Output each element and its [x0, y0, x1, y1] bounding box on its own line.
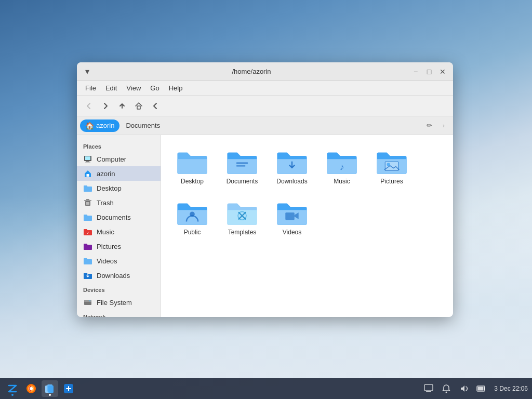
prev-path-button[interactable]	[148, 99, 163, 113]
sidebar-item-downloads[interactable]: Downloads	[77, 268, 161, 283]
videos-folder-icon	[83, 256, 92, 265]
filesystem-icon	[83, 298, 92, 307]
breadcrumb-bar: 🏠 azorin Documents ✏ ›	[77, 116, 453, 135]
sidebar-downloads-label: Downloads	[97, 272, 130, 280]
sidebar-item-azorin[interactable]: azorin	[77, 166, 161, 181]
folder-templates[interactable]: Templates	[219, 194, 265, 241]
maximize-button[interactable]: □	[424, 66, 434, 77]
svg-rect-26	[285, 212, 294, 220]
svg-rect-2	[85, 156, 90, 160]
downloads-folder-label: Downloads	[276, 178, 307, 186]
folder-documents[interactable]: Documents	[219, 143, 265, 190]
taskbar-firefox-button[interactable]	[23, 380, 39, 397]
sidebar-desktop-label: Desktop	[97, 184, 122, 192]
svg-rect-19	[236, 163, 248, 164]
titlebar-controls: − □ ✕	[410, 66, 448, 77]
menu-file[interactable]: File	[81, 83, 100, 94]
taskbar-zorin-button[interactable]	[4, 380, 21, 397]
taskbar-battery-button[interactable]	[474, 381, 489, 396]
file-grid: Desktop Documents Downloads	[161, 135, 453, 317]
sidebar-filesystem-label: File System	[97, 299, 132, 307]
file-manager-window: ▾ /home/azorin − □ ✕ File Edit View Go H…	[77, 62, 453, 317]
desktop-folder-icon	[83, 183, 92, 193]
taskbar-files-button[interactable]	[42, 380, 58, 397]
menubar: File Edit View Go Help	[77, 81, 453, 96]
documents-folder-label: Documents	[227, 178, 258, 186]
content-area: Places Computer azorin Desktop	[77, 135, 453, 317]
sidebar-trash-label: Trash	[97, 199, 114, 207]
svg-point-15	[89, 300, 90, 301]
breadcrumb-documents[interactable]: Documents	[121, 119, 165, 131]
sidebar-item-desktop[interactable]: Desktop	[77, 181, 161, 195]
svg-rect-35	[426, 391, 431, 392]
svg-text:♪: ♪	[340, 162, 344, 172]
pictures-folder-label: Pictures	[380, 178, 403, 186]
breadcrumb-documents-label: Documents	[126, 122, 160, 129]
sidebar-item-documents[interactable]: Documents	[77, 210, 161, 224]
sidebar-item-trash[interactable]: Trash	[77, 195, 161, 210]
folder-pictures[interactable]: Pictures	[369, 143, 415, 190]
back-button[interactable]	[81, 99, 97, 113]
sidebar-item-computer[interactable]: Computer	[77, 152, 161, 166]
menu-edit[interactable]: Edit	[101, 83, 121, 94]
up-button[interactable]	[114, 99, 130, 113]
svg-rect-0	[137, 106, 140, 109]
svg-rect-7	[84, 200, 91, 201]
menu-view[interactable]: View	[122, 83, 145, 94]
sidebar-item-music[interactable]: ♪ Music	[77, 224, 161, 239]
breadcrumb-edit-button[interactable]: ✏	[422, 118, 436, 133]
devices-section-label: Devices	[77, 283, 161, 295]
sidebar-item-filesystem[interactable]: File System	[77, 295, 161, 310]
home-button[interactable]	[131, 99, 147, 113]
folder-music[interactable]: ♪ Music	[319, 143, 365, 190]
taskbar-left	[4, 380, 421, 397]
taskbar-desktop-button[interactable]	[421, 381, 436, 396]
home-icon: 🏠	[85, 122, 94, 130]
svg-point-29	[30, 387, 33, 390]
sidebar-computer-label: Computer	[97, 155, 126, 163]
menu-go[interactable]: Go	[146, 83, 163, 94]
music-folder-icon: ♪	[83, 227, 92, 236]
sidebar-item-pictures[interactable]: Pictures	[77, 239, 161, 254]
taskbar-software-button[interactable]	[60, 380, 77, 397]
close-button[interactable]: ✕	[437, 66, 448, 77]
forward-button[interactable]	[98, 99, 113, 113]
folder-downloads[interactable]: Downloads	[269, 143, 315, 190]
taskbar: 3 Dec 22:06	[0, 378, 532, 399]
trash-icon	[83, 198, 92, 207]
svg-point-36	[446, 392, 447, 393]
svg-rect-38	[478, 387, 484, 391]
breadcrumb-next-button[interactable]: ›	[437, 118, 450, 133]
window-title: /home/azorin	[92, 68, 410, 75]
svg-rect-32	[48, 385, 54, 393]
breadcrumb-home[interactable]: 🏠 azorin	[80, 119, 119, 132]
taskbar-notifications-button[interactable]	[439, 381, 454, 396]
taskbar-time: 3 Dec 22:06	[492, 385, 528, 392]
toolbar	[77, 96, 453, 116]
downloads-folder-icon	[83, 271, 92, 280]
svg-text:♪: ♪	[87, 230, 89, 235]
taskbar-right: 3 Dec 22:06	[421, 381, 528, 396]
sidebar-music-label: Music	[97, 228, 114, 236]
titlebar-menu-icon[interactable]: ▾	[82, 66, 92, 77]
taskbar-volume-button[interactable]	[457, 381, 471, 396]
folder-public[interactable]: Public	[169, 194, 215, 241]
menu-help[interactable]: Help	[165, 83, 187, 94]
folder-videos[interactable]: Videos	[269, 194, 315, 241]
public-folder-label: Public	[184, 229, 201, 237]
svg-rect-4	[85, 162, 90, 163]
computer-icon	[83, 154, 92, 164]
sidebar-documents-label: Documents	[97, 214, 131, 221]
music-folder-label: Music	[334, 178, 350, 186]
folder-desktop[interactable]: Desktop	[169, 143, 215, 190]
minimize-button[interactable]: −	[410, 66, 421, 77]
breadcrumb-home-label: azorin	[96, 122, 114, 129]
svg-rect-34	[424, 384, 433, 391]
azorin-home-icon	[83, 169, 92, 178]
network-section-label: Network	[77, 310, 161, 317]
pictures-folder-icon	[83, 242, 92, 251]
files-active-indicator	[49, 394, 51, 396]
places-section-label: Places	[77, 139, 161, 152]
sidebar-item-videos[interactable]: Videos	[77, 254, 161, 268]
templates-folder-label: Templates	[228, 229, 257, 237]
